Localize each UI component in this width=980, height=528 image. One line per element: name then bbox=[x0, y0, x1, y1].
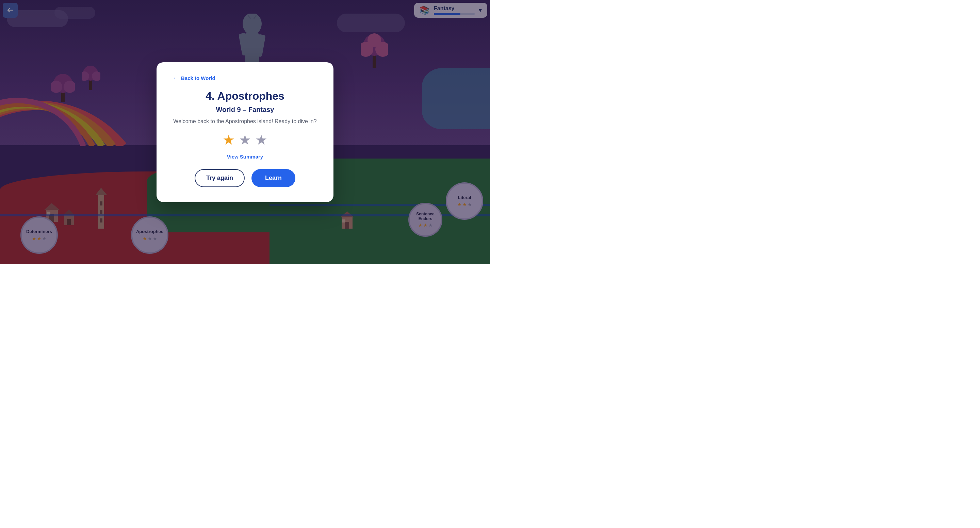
learn-button[interactable]: Learn bbox=[251, 169, 295, 187]
modal-description: Welcome back to the Apostrophes island! … bbox=[173, 118, 317, 124]
back-arrow-icon: ← bbox=[173, 75, 179, 82]
view-summary-link[interactable]: View Summary bbox=[173, 154, 317, 159]
back-to-world-button[interactable]: ← Back to World bbox=[173, 75, 317, 82]
modal-star-empty-2: ★ bbox=[255, 132, 267, 148]
modal-subtitle: World 9 – Fantasy bbox=[173, 106, 317, 114]
modal-stars: ★ ★ ★ bbox=[173, 132, 317, 148]
modal-overlay: ← Back to World 4. Apostrophes World 9 –… bbox=[0, 0, 490, 264]
back-to-world-label: Back to World bbox=[181, 75, 215, 81]
modal-actions: Try again Learn bbox=[173, 169, 317, 187]
modal-star-full-1: ★ bbox=[223, 132, 235, 148]
modal-title: 4. Apostrophes bbox=[173, 90, 317, 102]
modal: ← Back to World 4. Apostrophes World 9 –… bbox=[156, 62, 334, 202]
try-again-button[interactable]: Try again bbox=[195, 169, 245, 187]
modal-star-empty-1: ★ bbox=[239, 132, 251, 148]
